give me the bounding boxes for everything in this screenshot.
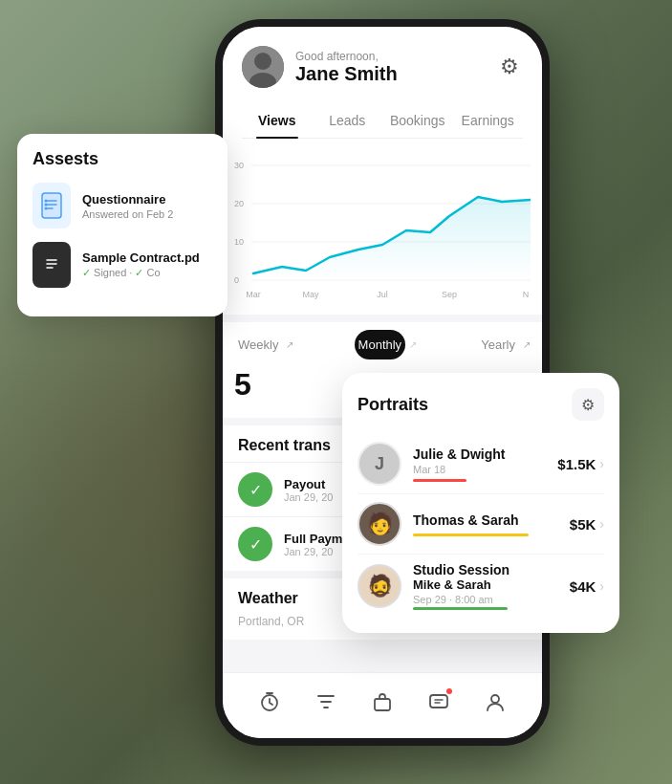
- svg-text:May: May: [302, 290, 319, 299]
- svg-text:Jul: Jul: [377, 290, 388, 299]
- bottom-nav: [223, 672, 542, 738]
- portraits-title: Portraits: [358, 395, 428, 415]
- weekly-btn-wrap: Weekly ↗: [234, 330, 293, 359]
- bottom-nav-filter[interactable]: [309, 685, 343, 719]
- fullpayment-icon: ✓: [238, 527, 272, 561]
- user-name: Jane Smith: [295, 63, 398, 85]
- bottom-nav-shop[interactable]: [365, 685, 400, 719]
- weekly-button[interactable]: Weekly: [234, 330, 282, 359]
- assets-title: Assests: [33, 149, 212, 169]
- contract-name: Sample Contract.pd: [82, 250, 200, 265]
- svg-rect-25: [430, 695, 447, 708]
- portraits-card: Portraits ⚙ J Julie & Dwight Mar 18 $1.5…: [342, 373, 619, 633]
- messages-notification-dot: [446, 688, 452, 694]
- bottom-nav-profile[interactable]: [478, 685, 512, 719]
- svg-text:Mar: Mar: [246, 290, 261, 299]
- yearly-btn-wrap: Yearly ↗: [477, 330, 531, 359]
- payout-name: Payout: [284, 477, 333, 491]
- svg-text:20: 20: [234, 199, 244, 208]
- svg-text:0: 0: [234, 275, 239, 285]
- tab-views[interactable]: Views: [242, 103, 313, 138]
- top-bar: Good afternoon, Jane Smith ⚙: [242, 46, 523, 88]
- questionnaire-icon: [33, 183, 71, 229]
- portrait-price-wrap-thomas: $5K ›: [570, 516, 604, 533]
- portrait-arrow-thomas: ›: [599, 516, 604, 532]
- portrait-bar-julie: [413, 479, 466, 482]
- fullpayment-date: Jan 29, 20: [284, 546, 342, 557]
- portrait-bar-mike: [413, 607, 508, 610]
- questionnaire-name: Questionnaire: [82, 192, 173, 207]
- portrait-item-thomas[interactable]: 🧑 Thomas & Sarah $5K ›: [358, 494, 604, 555]
- asset-questionnaire[interactable]: Questionnaire Answered on Feb 2: [33, 183, 212, 229]
- payout-date: Jan 29, 20: [284, 491, 333, 503]
- portrait-price-wrap-mike: $4K ›: [570, 578, 604, 595]
- settings-icon[interactable]: ⚙: [496, 54, 523, 80]
- svg-rect-24: [375, 699, 390, 710]
- contract-sub: ✓ Signed · ✓ Co: [82, 267, 200, 279]
- portrait-price-wrap-julie: $1.5K ›: [557, 456, 604, 472]
- portrait-info-thomas: Thomas & Sarah: [413, 512, 558, 536]
- svg-point-26: [491, 695, 499, 703]
- portrait-name-thomas: Thomas & Sarah: [413, 512, 558, 528]
- svg-point-3: [45, 204, 48, 207]
- portrait-arrow-mike: ›: [599, 578, 604, 594]
- svg-text:10: 10: [234, 237, 244, 247]
- portrait-avatar-julie: J: [358, 442, 401, 486]
- nav-tabs: Views Leads Bookings Earnings: [242, 103, 523, 139]
- profile-row: Good afternoon, Jane Smith: [242, 46, 398, 88]
- avatar: [242, 46, 284, 88]
- svg-text:Sep: Sep: [442, 290, 457, 299]
- bottom-nav-messages[interactable]: [422, 685, 456, 719]
- portrait-item-mike[interactable]: 🧔 Studio Session Mike & Sarah Sep 29 · 8…: [358, 555, 604, 618]
- payout-icon: ✓: [238, 472, 272, 507]
- monthly-button[interactable]: Monthly: [355, 330, 406, 359]
- portrait-avatar-mike: 🧔: [358, 564, 401, 608]
- portrait-name-julie: Julie & Dwight: [413, 446, 546, 462]
- portrait-price-julie: $1.5K: [557, 456, 596, 472]
- portrait-info-julie: Julie & Dwight Mar 18: [413, 446, 546, 482]
- portraits-settings-icon[interactable]: ⚙: [572, 388, 604, 421]
- svg-rect-5: [42, 252, 61, 277]
- phone-header: Good afternoon, Jane Smith ⚙ Views Leads…: [223, 27, 542, 139]
- portrait-sub-mike: Sep 29 · 8:00 am: [413, 594, 558, 605]
- tab-leads[interactable]: Leads: [313, 103, 383, 138]
- svg-point-2: [45, 200, 48, 203]
- svg-point-4: [45, 207, 48, 210]
- portrait-avatar-thomas: 🧑: [358, 502, 401, 546]
- asset-contract[interactable]: Sample Contract.pd ✓ Signed · ✓ Co: [33, 242, 212, 288]
- portrait-item-julie[interactable]: J Julie & Dwight Mar 18 $1.5K ›: [358, 434, 604, 494]
- portrait-name-mike: Studio Session: [413, 562, 558, 577]
- period-selector: Weekly ↗ Monthly ↗ Yearly ↗: [234, 330, 531, 359]
- portrait-price-thomas: $5K: [570, 516, 596, 533]
- assets-card: Assests Questionnaire Answered on Feb 2: [17, 134, 228, 316]
- greeting-text: Good afternoon,: [295, 50, 398, 63]
- portraits-header: Portraits ⚙: [358, 388, 604, 421]
- portrait-bar-thomas: [413, 534, 529, 536]
- fullpayment-name: Full Paym: [284, 532, 342, 546]
- bottom-nav-timer[interactable]: [252, 685, 287, 719]
- portrait-name-mike2: Mike & Sarah: [413, 577, 558, 592]
- chart-svg-wrap: 30 20 10 0: [234, 154, 531, 307]
- profile-text: Good afternoon, Jane Smith: [295, 50, 398, 85]
- questionnaire-sub: Answered on Feb 2: [82, 208, 173, 220]
- tab-earnings[interactable]: Earnings: [453, 103, 524, 138]
- weekly-arrow: ↗: [286, 339, 293, 350]
- yearly-button[interactable]: Yearly: [477, 330, 519, 359]
- avatar-image: [242, 46, 284, 88]
- yearly-arrow: ↗: [523, 339, 531, 350]
- contract-icon: [33, 242, 71, 288]
- portrait-price-mike: $4K: [570, 578, 596, 595]
- portrait-arrow-julie: ›: [599, 456, 604, 471]
- svg-point-7: [254, 53, 271, 70]
- payout-info: Payout Jan 29, 20: [284, 477, 333, 503]
- monthly-btn-wrap: Monthly ↗: [355, 330, 418, 359]
- fullpayment-info: Full Paym Jan 29, 20: [284, 532, 342, 557]
- portrait-info-mike: Studio Session Mike & Sarah Sep 29 · 8:0…: [413, 562, 558, 610]
- tab-bookings[interactable]: Bookings: [382, 103, 453, 138]
- svg-text:N: N: [523, 290, 530, 299]
- svg-text:30: 30: [234, 161, 244, 170]
- monthly-arrow: ↗: [409, 339, 417, 350]
- portrait-sub-julie: Mar 18: [413, 464, 546, 475]
- chart-area: 30 20 10 0: [223, 139, 542, 315]
